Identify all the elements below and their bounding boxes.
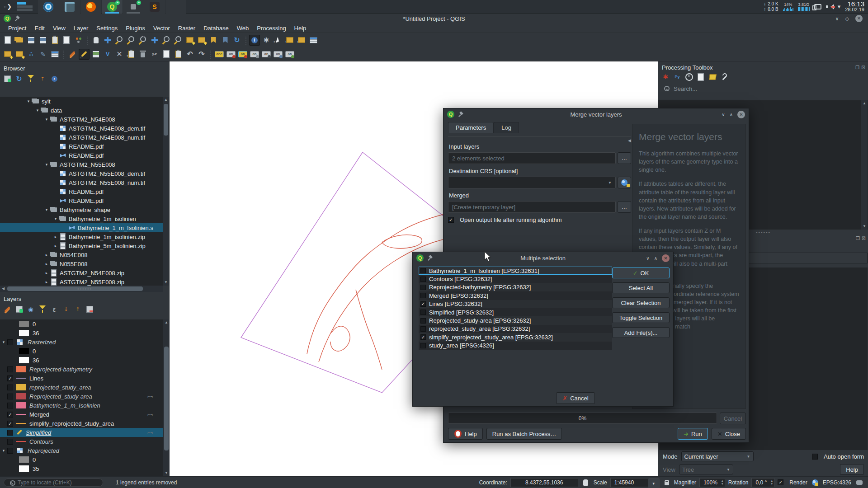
layer-row[interactable]: ✓Lines [0,374,163,383]
browser-filter-browser-icon[interactable] [26,74,36,84]
layer-visibility-checkbox[interactable]: ✓ [7,412,13,418]
item-checkbox[interactable] [420,310,426,315]
layers-add-group-icon[interactable] [14,304,24,314]
expander-icon[interactable]: ▾ [52,216,59,221]
clear-selection-button[interactable]: Clear Selection [612,297,670,308]
maximize-button[interactable]: ◇ [845,16,849,22]
merged-browse-button[interactable]: … [618,201,631,213]
run-button[interactable]: ➜Run [678,428,708,440]
item-checkbox[interactable]: ✓ [420,334,426,340]
expander-icon[interactable]: ▾ [0,448,7,453]
undo-icon[interactable]: ↶ [184,49,195,60]
layer-row[interactable]: Reprojected-bathymetry [0,365,163,374]
run-as-batch-button[interactable]: Run as Batch Process… [486,428,562,440]
layers-expand-all-icon[interactable]: ⇣ [61,304,71,314]
merge-dialog-titlebar[interactable]: Q Merge vector layers ∨ ∧ ✕ [443,108,749,120]
selection-list-item[interactable]: ✓simplify_reprojected_study_area [EPSG:3… [419,333,612,341]
layer-row[interactable]: Bathymetrie_1_m_Isolinien [0,401,163,410]
tab-log[interactable]: Log [494,122,519,133]
panel-splitter[interactable]: •••••• [0,286,170,291]
browser-item[interactable]: ▸ASTGTM2_N55E008.zip [0,277,163,286]
processing-models-icon[interactable]: ✱ [660,72,670,82]
volume-muted-icon[interactable] [826,4,833,10]
layer-row[interactable]: ▾Reprojected [0,446,163,455]
item-checkbox[interactable] [420,285,426,290]
float-panel-icon[interactable]: ❐ [855,65,859,70]
new-virtual-layer-icon[interactable]: ✎ [38,49,48,60]
label-move-icon[interactable]: ab [273,49,283,60]
style-manager-icon[interactable] [73,35,84,46]
layer-row[interactable]: ▾Rasterized [0,338,163,347]
browser-item[interactable]: ▾Bathymetrie_1m_isolinien [0,214,163,223]
layer-row[interactable]: ✓Merged⌐¬ [0,410,163,419]
open-project-icon[interactable] [14,35,25,46]
refresh-map-icon[interactable]: ↻ [231,35,242,46]
expander-icon[interactable]: ▾ [0,340,7,344]
browser-item[interactable]: ASTGTM2_N54E008_num.tif [0,133,163,142]
app-monitor[interactable] [59,0,80,14]
vertex-tool-icon[interactable]: ✕▾ [114,49,125,60]
item-checkbox[interactable] [420,268,426,273]
run-feature-action-icon[interactable]: ✱▾ [261,35,272,46]
processing-history-icon[interactable] [684,72,694,82]
processing-options-icon[interactable] [719,72,729,82]
layer-visibility-checkbox[interactable] [7,385,13,390]
label-rotate-icon[interactable]: ab [284,49,295,60]
paste-features-icon[interactable] [173,49,184,60]
menu-help[interactable]: Help [291,24,310,32]
app-firefox[interactable] [80,0,101,14]
rotation-spinner[interactable]: 0,0 °▲▼ [751,478,774,487]
expander-icon[interactable]: ▾ [43,117,50,122]
app-launcher-icon[interactable]: ∙∙❯ [0,0,15,14]
layer-visibility-checkbox[interactable] [7,394,13,399]
select-by-value-icon[interactable]: ▾ [284,35,295,46]
mode-combo[interactable]: Current layer▼ [681,451,754,461]
layer-labeling-icon[interactable]: abc [214,49,225,60]
cancel-button[interactable]: ✗Cancel [556,392,595,404]
label-pin-icon[interactable]: ab [249,49,260,60]
app-sublime[interactable]: S [144,0,165,14]
processing-python-console-icon[interactable]: Py [672,72,682,82]
redo-icon[interactable]: ↷ [196,49,207,60]
multisel-titlebar[interactable]: Q Multiple selection ∨ ∧ ✕ [413,252,673,264]
layout-manager-icon[interactable] [61,35,72,46]
browser-item[interactable]: Bathymetrie_1_m_Isolinien.s [0,223,163,232]
expander-icon[interactable]: ▸ [43,271,50,275]
selection-list-item[interactable]: Contours [EPSG:32632] [419,275,612,283]
menu-database[interactable]: Database [200,24,232,32]
close-button[interactable]: ✕ [737,111,745,118]
close-button[interactable]: ✕ [662,254,670,262]
minimize-button[interactable]: ∨ [835,16,839,22]
identify-help-button[interactable]: Help [840,464,864,475]
browser-item[interactable]: ▸Bathymetrie_1m_isolinien.zip [0,232,163,241]
selection-list-item[interactable]: Reprojected-bathymetry [EPSG:32632] [419,283,612,291]
menu-project[interactable]: Project [5,24,30,32]
tray-expand-caret[interactable]: ▾ [838,3,841,10]
browser-item[interactable]: ▸N054E008 [0,250,163,259]
app-browser[interactable] [38,0,59,14]
new-mesh-layer-icon[interactable] [49,49,60,60]
expander-icon[interactable]: ▾ [34,108,41,113]
menu-view[interactable]: View [49,24,69,32]
input-layers-field[interactable]: 2 elements selected [448,152,616,164]
processing-edit-features-in-place-icon[interactable] [708,72,717,82]
crs-status[interactable]: EPSG:4326 [823,479,851,486]
add-file-s-button[interactable]: Add File(s)... [612,327,670,338]
browser-item[interactable]: ▾sylt [0,97,163,106]
zoom-in-icon[interactable]: + [114,35,125,46]
browser-add-selected-layers-icon[interactable] [2,74,12,84]
shade-button[interactable]: ∨ [646,256,649,261]
destination-crs-combo[interactable]: ▼ [448,177,616,188]
menu-layer[interactable]: Layer [70,24,92,32]
browser-item[interactable]: ▾ASTGTM2_N54E008 [0,115,163,124]
save-layer-edits-icon[interactable] [90,49,101,60]
layer-visibility-checkbox[interactable] [7,366,13,372]
layer-row[interactable]: 36 [0,328,163,338]
pan-map-icon[interactable] [90,35,101,46]
expander-icon[interactable]: ▸ [43,262,50,266]
identify-features-icon[interactable]: i [249,35,260,46]
browser-item[interactable]: ▾ASTGTM2_N55E008 [0,160,163,169]
app-qgis[interactable]: Q+ [102,0,123,14]
layers-open-layer-styling-icon[interactable] [2,304,12,314]
toggle-editing-icon[interactable] [79,49,90,60]
